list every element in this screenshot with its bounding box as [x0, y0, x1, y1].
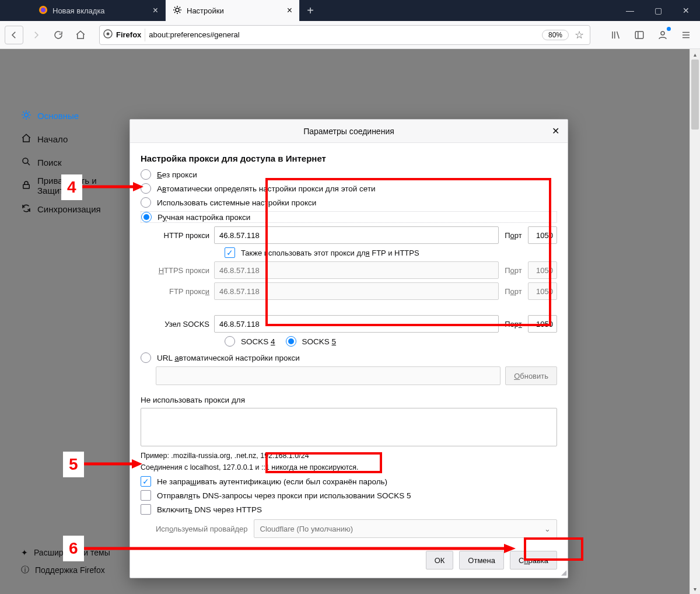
svg-rect-5 [635, 32, 643, 39]
annotation-number-5: 5 [63, 452, 84, 477]
radio-manual-proxy[interactable]: Ручная настройка прокси [141, 211, 557, 223]
checkbox-icon [141, 490, 151, 501]
radio-icon [141, 169, 151, 180]
tab-newtab[interactable]: Новая вкладка × [32, 0, 166, 21]
option-label: URL автоматической настройки прокси [157, 354, 300, 362]
forward-button[interactable] [27, 26, 46, 44]
back-button[interactable] [5, 26, 23, 44]
newtab-button[interactable]: + [300, 0, 321, 21]
gear-icon [21, 110, 32, 122]
option-label: SOCKS 4 [241, 337, 275, 346]
search-icon [21, 156, 32, 169]
annotation-number-6: 6 [63, 536, 84, 561]
maximize-button[interactable]: ▢ [644, 0, 672, 21]
home-button[interactable] [71, 26, 90, 44]
svg-point-2 [176, 8, 179, 12]
radio-socks4[interactable]: SOCKS 4 [225, 336, 275, 347]
checkbox-label: Отправлять DNS-запросы через прокси при … [157, 491, 411, 500]
scroll-down-icon[interactable]: ▾ [690, 583, 700, 594]
radio-system-proxy[interactable]: Использовать системные настройки прокси [141, 197, 557, 208]
proxy-section-title: Настройка прокси для доступа в Интернет [141, 153, 557, 163]
same-proxy-checkbox[interactable]: Также использовать этот прокси для FTP и… [225, 247, 557, 258]
minimize-button[interactable]: — [616, 0, 644, 21]
radio-icon [141, 212, 152, 222]
sidebar-item-label: Начало [37, 134, 68, 144]
chk-socks-dns[interactable]: Отправлять DNS-запросы через прокси при … [141, 490, 557, 501]
scroll-up-icon[interactable]: ▴ [690, 49, 700, 60]
option-label: SOCKS 5 [302, 337, 337, 346]
page-scrollbar[interactable]: ▴ ▾ [690, 49, 700, 594]
svg-marker-15 [504, 544, 516, 553]
sidebar-item-label: Поиск [37, 158, 62, 167]
option-label: Использовать системные настройки прокси [157, 198, 316, 207]
resize-grip-icon[interactable]: ◢ [561, 568, 566, 576]
browser-titlebar: Новая вкладка × Настройки × + — ▢ ✕ [0, 0, 700, 21]
urlbar-brand: Firefox [116, 30, 141, 39]
dialog-titlebar: Параметры соединения ✕ [130, 120, 568, 143]
socks-proxy-label: Узел SOCKS [156, 320, 209, 329]
sidebar-item-general[interactable]: Основные [21, 104, 128, 127]
tab-settings[interactable]: Настройки × [166, 0, 300, 21]
menu-button[interactable] [677, 26, 695, 44]
radio-icon [141, 197, 151, 208]
close-icon[interactable]: ✕ [552, 125, 559, 137]
sidebar-item-support[interactable]: ⓘ Поддержка Firefox [21, 561, 110, 579]
checkbox-label: Включить DNS через HTTPS [157, 505, 262, 514]
close-button[interactable]: ✕ [672, 0, 700, 21]
radio-no-proxy[interactable]: Без прокси [141, 169, 557, 180]
noproxy-label: Не использовать прокси для [141, 396, 557, 404]
noproxy-textarea[interactable] [141, 408, 557, 446]
close-icon[interactable]: × [153, 5, 158, 16]
svg-point-8 [23, 158, 28, 163]
socks-proxy-port[interactable] [528, 315, 557, 333]
socks-proxy-host[interactable] [214, 315, 499, 333]
option-label: Автоматически определять настройки прокс… [157, 184, 376, 193]
annotation-arrow-5 [84, 458, 142, 470]
sidebar-icon[interactable] [630, 26, 649, 44]
radio-icon [286, 336, 296, 347]
window-controls: — ▢ ✕ [616, 0, 700, 21]
pac-reload-button: Обновить [505, 366, 557, 385]
http-proxy-host[interactable] [214, 226, 499, 244]
checkbox-icon [225, 247, 235, 258]
library-icon[interactable] [607, 26, 625, 44]
ftp-proxy-label: FTP прокси [156, 287, 209, 296]
noproxy-localhost-hint: Соединения с localhost, 127.0.0.1 и ::1 … [141, 463, 557, 471]
sidebar-item-sync[interactable]: Синхронизация [21, 197, 128, 221]
svg-rect-9 [23, 184, 30, 188]
radio-pac-url[interactable]: URL автоматической настройки прокси [141, 352, 557, 363]
svg-point-7 [24, 113, 29, 117]
url-bar[interactable]: Firefox about:preferences#general 80% ☆ [99, 25, 590, 45]
chk-doh[interactable]: Включить DNS через HTTPS [141, 504, 557, 515]
account-icon[interactable] [653, 26, 672, 44]
radio-socks5[interactable]: SOCKS 5 [286, 336, 337, 347]
bookmark-star-icon[interactable]: ☆ [572, 29, 586, 41]
help-icon: ⓘ [21, 565, 29, 575]
annotation-arrow-4 [79, 181, 144, 193]
svg-point-6 [661, 32, 664, 35]
http-proxy-port[interactable] [528, 226, 557, 244]
dialog-title: Параметры соединения [303, 127, 394, 136]
radio-icon [141, 352, 151, 363]
annotation-arrow-6 [84, 543, 516, 554]
option-label: Без прокси [157, 170, 197, 179]
checkbox-icon [141, 476, 151, 487]
scrollbar-thumb[interactable] [691, 60, 699, 130]
sidebar-item-search[interactable]: Поиск [21, 151, 128, 174]
chk-no-auth[interactable]: Не запрашивать аутентификацию (если был … [141, 476, 557, 487]
svg-marker-13 [132, 459, 142, 469]
browser-navbar: Firefox about:preferences#general 80% ☆ [0, 21, 700, 49]
zoom-badge[interactable]: 80% [542, 30, 569, 40]
ftp-proxy-row: FTP прокси Порт [156, 282, 557, 300]
tab-label: Настройки [187, 6, 224, 15]
pac-url-input [156, 366, 501, 385]
reload-button[interactable] [49, 26, 68, 44]
prefs-sidebar: Основные Начало Поиск Приватность и Защи… [0, 63, 128, 594]
sidebar-item-home[interactable]: Начало [21, 127, 128, 151]
sidebar-item-label: Основные [37, 111, 79, 121]
provider-label: Используемый провайдер [156, 525, 248, 533]
radio-auto-detect[interactable]: Автоматически определять настройки прокс… [141, 183, 557, 194]
firefox-icon [38, 5, 48, 16]
help-button[interactable]: Справка [510, 551, 557, 569]
close-icon[interactable]: × [287, 5, 292, 16]
